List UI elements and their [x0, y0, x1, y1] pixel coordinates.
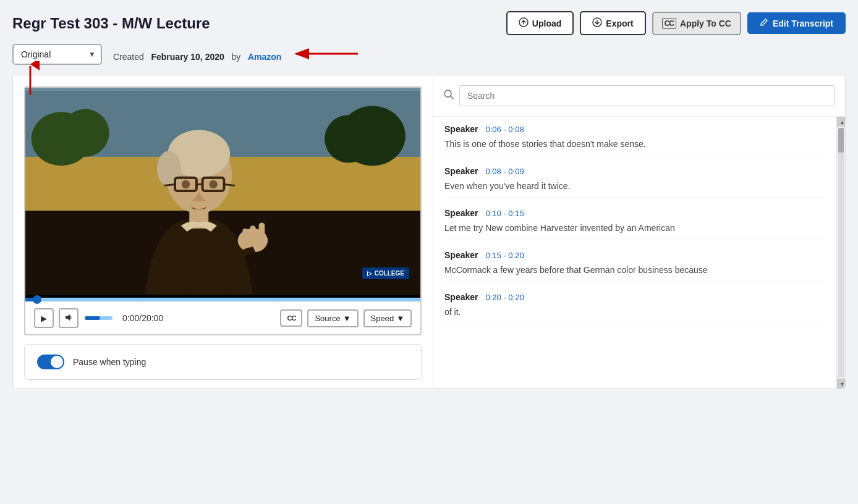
volume-button[interactable] [59, 308, 79, 328]
svg-line-30 [451, 96, 454, 99]
svg-point-16 [157, 151, 181, 187]
svg-point-23 [209, 180, 218, 189]
subheader: Original Edited Auto-generated ▼ Created… [12, 44, 846, 65]
page-title: Regr Test 303 - M/W Lecture [12, 15, 210, 32]
speed-button[interactable]: Speed ▼ [363, 309, 412, 327]
play-icon: ▶ [41, 314, 47, 323]
scrollbar[interactable]: ▴ ▾ [836, 117, 845, 388]
toggle-knob [51, 356, 63, 368]
transcript-scroll[interactable]: Speaker 0:06 - 0:08 This is one of those… [433, 117, 836, 388]
pause-typing-box: Pause when typing [24, 344, 422, 380]
speaker-name: Speaker [444, 166, 478, 176]
created-label: Created [113, 52, 144, 62]
main-content: ▷ COLLEGE ▶ [12, 75, 846, 389]
transcript-item: Speaker 0:08 - 0:09 Even when you've hea… [433, 159, 836, 201]
search-icon [443, 89, 454, 103]
svg-rect-27 [259, 222, 265, 243]
volume-track[interactable] [85, 316, 113, 320]
version-select[interactable]: Original Edited Auto-generated [12, 44, 102, 65]
transcript-panel: Speaker 0:06 - 0:08 This is one of those… [433, 117, 845, 388]
svg-point-22 [182, 180, 190, 189]
upload-button[interactable]: Upload [506, 11, 574, 35]
timestamp: 0:06 - 0:08 [485, 125, 524, 134]
source-button[interactable]: Source ▼ [307, 309, 358, 327]
scroll-up-button[interactable]: ▴ [837, 117, 845, 127]
speaker-name: Speaker [444, 250, 478, 260]
header: Regr Test 303 - M/W Lecture Upload [12, 11, 846, 35]
apply-cc-button[interactable]: CC Apply To CC [652, 12, 741, 35]
volume-slider[interactable] [85, 316, 113, 320]
volume-icon [64, 313, 73, 324]
transcript-item: Speaker 0:20 - 0:20 of it. [433, 285, 836, 327]
svg-line-21 [224, 184, 234, 185]
svg-rect-28 [242, 229, 248, 243]
volume-fill [85, 316, 100, 320]
search-bar [433, 85, 845, 117]
author-name: Amazon [248, 52, 281, 62]
video-still-svg [25, 88, 420, 298]
transcript-text: of it. [444, 306, 825, 324]
svg-point-13 [325, 115, 372, 162]
time-display: 0:00/20:00 [122, 313, 163, 323]
version-select-wrapper: Original Edited Auto-generated ▼ [12, 44, 102, 65]
transcript-text: McCormack a few years before that German… [444, 264, 825, 282]
video-frame[interactable]: ▷ COLLEGE [25, 88, 420, 298]
timestamp: 0:10 - 0:15 [485, 209, 524, 218]
by-label: by [231, 52, 240, 62]
transcript-item: Speaker 0:10 - 0:15 Let me try New combi… [433, 201, 836, 243]
subheader-left: Original Edited Auto-generated ▼ Created… [12, 44, 364, 65]
transcript-text: Even when you've heard it twice. [444, 180, 825, 198]
cc-icon: CC [662, 18, 676, 29]
speed-label: Speed [371, 314, 394, 323]
export-button[interactable]: Export [580, 11, 645, 35]
pause-typing-label: Pause when typing [73, 357, 146, 367]
cc-button[interactable]: CC [280, 309, 302, 327]
cc-label: CC [287, 314, 296, 322]
transcript-text: This is one of those stories that doesn'… [444, 138, 825, 156]
svg-line-20 [164, 184, 175, 185]
transcript-text: Let me try New combine Harvester invente… [444, 222, 825, 240]
svg-rect-26 [250, 225, 256, 243]
play-button[interactable]: ▶ [34, 308, 54, 328]
speaker-name: Speaker [444, 124, 478, 134]
svg-point-11 [61, 109, 109, 156]
edit-transcript-button[interactable]: Edit Transcript [747, 12, 846, 34]
timestamp: 0:20 - 0:20 [485, 293, 524, 302]
header-buttons: Upload Export CC Apply To CC [506, 11, 846, 35]
college-badge: ▷ COLLEGE [362, 267, 409, 279]
source-label: Source [315, 314, 340, 323]
left-panel: ▷ COLLEGE ▶ [13, 75, 433, 388]
red-arrow-right [290, 48, 364, 60]
speed-chevron-icon: ▼ [396, 314, 404, 323]
source-chevron-icon: ▼ [343, 314, 351, 323]
pause-typing-toggle[interactable] [37, 355, 64, 369]
video-container: ▷ COLLEGE ▶ [24, 86, 422, 335]
transcript-item: Speaker 0:15 - 0:20 McCormack a few year… [433, 243, 836, 285]
speaker-name: Speaker [444, 292, 478, 302]
upload-icon [519, 17, 529, 29]
edit-icon [760, 18, 768, 28]
right-panel: Speaker 0:06 - 0:08 This is one of those… [433, 75, 845, 388]
created-info: Created February 10, 2020 by Amazon [113, 48, 364, 62]
export-icon [592, 17, 602, 29]
video-progress-fill [25, 298, 37, 301]
created-date: February 10, 2020 [151, 52, 224, 62]
timestamp: 0:08 - 0:09 [485, 167, 524, 176]
timestamp: 0:15 - 0:20 [485, 251, 524, 260]
speaker-name: Speaker [444, 208, 478, 218]
video-controls-bar: ▶ 0: [25, 301, 420, 334]
transcript-item: Speaker 0:06 - 0:08 This is one of those… [433, 117, 836, 159]
scroll-down-button[interactable]: ▾ [837, 379, 845, 388]
search-input[interactable] [459, 85, 835, 106]
